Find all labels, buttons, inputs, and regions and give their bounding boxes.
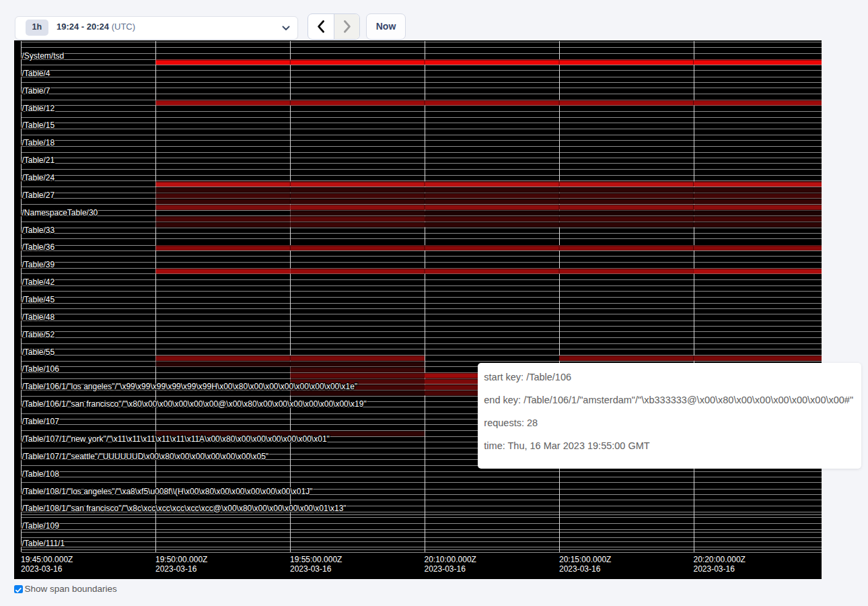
svg-text:/Table/36: /Table/36 [22,242,55,252]
svg-text:/Table/24: /Table/24 [22,173,55,182]
svg-text:20:10:00.000Z: 20:10:00.000Z [425,555,476,564]
svg-text:/System/tsd: /System/tsd [22,51,65,61]
svg-text:/Table/4: /Table/4 [22,69,50,78]
svg-text:19:45:00.000Z: 19:45:00.000Z [21,555,73,564]
svg-text:/Table/106/1/"los angeles"/"\x: /Table/106/1/"los angeles"/"\x99\x99\x99… [22,382,358,391]
svg-text:/Table/33: /Table/33 [22,226,55,235]
svg-text:19:50:00.000Z: 19:50:00.000Z [155,555,207,564]
svg-text:/Table/42: /Table/42 [22,277,55,287]
svg-text:/Table/55: /Table/55 [22,347,55,357]
svg-text:2023-03-16: 2023-03-16 [694,564,735,574]
svg-text:2023-03-16: 2023-03-16 [290,564,332,574]
svg-text:/Table/18: /Table/18 [22,138,55,147]
svg-text:/Table/108/1/"los angeles"/"\x: /Table/108/1/"los angeles"/"\xa8\xf5\u00… [22,487,313,496]
svg-text:/Table/7: /Table/7 [22,86,50,96]
svg-text:/Table/107: /Table/107 [22,417,60,426]
svg-text:20:15:00.000Z: 20:15:00.000Z [559,555,611,564]
svg-text:/Table/107/1/"seattle"/"UUUUUU: /Table/107/1/"seattle"/"UUUUUUD\x00\x80\… [22,452,269,461]
svg-text:/Table/48: /Table/48 [22,312,55,322]
svg-text:/Table/12: /Table/12 [22,104,55,113]
svg-text:/Table/21: /Table/21 [22,156,55,165]
svg-text:/Table/108/1/"san francisco"/": /Table/108/1/"san francisco"/"\x8c\xcc\x… [22,504,347,513]
svg-text:/Table/108: /Table/108 [22,469,60,479]
svg-text:2023-03-16: 2023-03-16 [155,564,197,574]
svg-text:/Table/39: /Table/39 [22,260,55,269]
svg-text:/Table/27: /Table/27 [22,191,55,200]
svg-text:/Table/52: /Table/52 [22,330,55,339]
svg-text:/Table/45: /Table/45 [22,295,55,304]
svg-text:2023-03-16: 2023-03-16 [21,564,63,574]
svg-text:20:20:00.000Z: 20:20:00.000Z [694,555,746,564]
svg-text:2023-03-16: 2023-03-16 [559,564,601,574]
svg-text:/Table/106: /Table/106 [22,364,60,374]
svg-text:19:55:00.000Z: 19:55:00.000Z [290,555,342,564]
svg-text:2023-03-16: 2023-03-16 [425,564,466,574]
svg-text:/Table/111/1: /Table/111/1 [22,539,65,548]
svg-text:/Table/15: /Table/15 [22,121,55,130]
svg-text:/NamespaceTable/30: /NamespaceTable/30 [22,208,98,217]
svg-text:/Table/109: /Table/109 [22,521,60,531]
svg-text:/Table/107/1/"new york"/"\x11\: /Table/107/1/"new york"/"\x11\x11\x11\x1… [22,434,330,444]
svg-text:/Table/106/1/"san francisco"/": /Table/106/1/"san francisco"/"\x80\x00\x… [22,399,367,409]
